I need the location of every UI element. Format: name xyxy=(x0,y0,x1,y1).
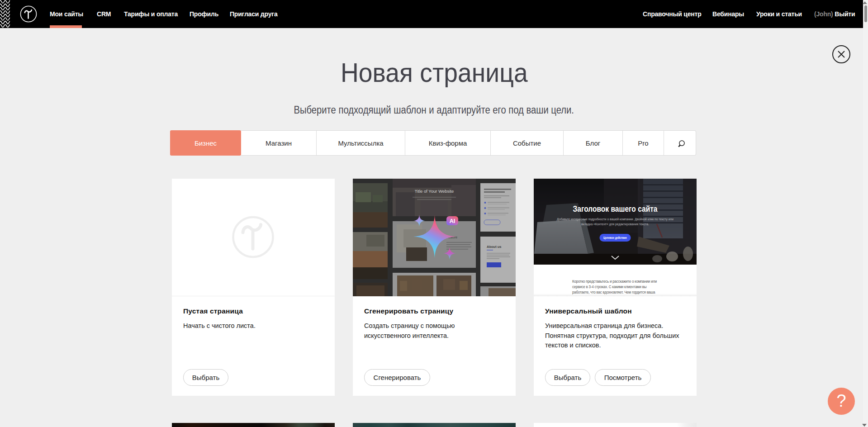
svg-text:Целевое действие: Целевое действие xyxy=(603,236,627,240)
svg-text:AI: AI xyxy=(450,218,455,224)
svg-text:Заголовок вашего сайта: Заголовок вашего сайта xyxy=(573,204,658,214)
svg-text:About us: About us xyxy=(487,245,502,249)
svg-text:вкладка «Контент» для редактир: вкладка «Контент» для редактирования тек… xyxy=(581,222,649,226)
svg-text:Title of Your Website: Title of Your Website xyxy=(415,189,454,194)
svg-text:Добавьте интересные подробност: Добавьте интересные подробности о вашей … xyxy=(557,217,674,221)
